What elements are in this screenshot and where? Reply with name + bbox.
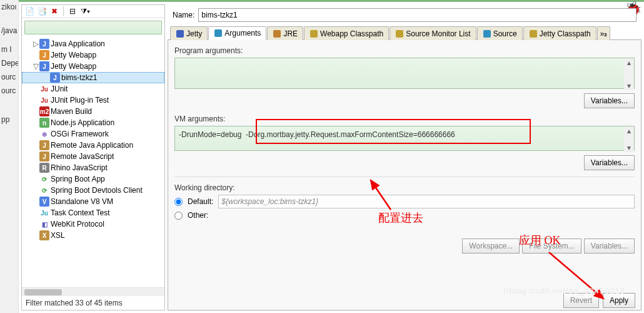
tree-item[interactable]: Jbims-tzkz1	[22, 72, 164, 83]
wd-default-radio[interactable]	[174, 198, 183, 206]
tab-webapp-classpath[interactable]: Webapp Classpath	[304, 26, 389, 40]
config-detail-panel: Name: JettyArgumentsJREWebapp ClasspathS…	[168, 4, 641, 310]
filter-icon[interactable]: ⧩▾	[80, 6, 90, 16]
tree-item[interactable]: JuJUnit	[22, 83, 164, 95]
textarea-scrollbar[interactable]: ▴▾	[624, 58, 634, 90]
tree-item-label: Spring Boot App	[51, 175, 105, 183]
config-type-icon: ◧	[39, 219, 49, 229]
tab-jre[interactable]: JRE	[267, 26, 303, 40]
tab-label: Arguments	[224, 29, 261, 38]
tree-item[interactable]: JJetty Webapp	[22, 49, 164, 61]
tab-icon	[309, 29, 318, 38]
expander-icon[interactable]: ▷	[32, 39, 39, 48]
tab-icon	[529, 29, 538, 38]
config-type-icon: V	[39, 197, 49, 207]
program-variables-button[interactable]: Variables...	[584, 93, 635, 108]
tree-item[interactable]: nNode.js Application	[22, 117, 164, 128]
horizontal-scrollbar[interactable]	[22, 287, 164, 296]
tab-icon	[176, 29, 184, 38]
tree-item[interactable]: ⟳Spring Boot App	[22, 173, 164, 185]
expander-icon[interactable]: ▽	[32, 62, 39, 71]
vm-variables-button[interactable]: Variables...	[584, 155, 635, 170]
wd-other-radio[interactable]	[174, 212, 183, 220]
separator	[63, 6, 64, 16]
svg-rect-5	[483, 30, 491, 38]
config-type-icon: R	[39, 163, 49, 173]
filter-status-text: Filter matched 33 of 45 items	[22, 296, 164, 310]
config-type-icon: J	[50, 73, 60, 83]
tab-label: Source	[493, 29, 517, 38]
tree-item[interactable]: JRemote Java Application	[22, 140, 164, 151]
arguments-tab-body: Program arguments: ▴▾ Variables... VM ar…	[168, 40, 641, 310]
tree-item-label: XSL	[51, 231, 65, 240]
variables-button: Variables...	[584, 239, 635, 254]
tab-jetty-classpath[interactable]: Jetty Classpath	[523, 26, 596, 40]
program-args-input[interactable]	[174, 58, 635, 89]
collapse-icon[interactable]: ⊟	[68, 6, 78, 16]
sidebar-toolbar: 📄 📑 ✖ ⊟ ⧩▾	[22, 5, 164, 18]
apply-button[interactable]: Apply	[603, 293, 635, 308]
svg-rect-4	[396, 30, 403, 38]
tree-item-label: Jetty Webapp	[51, 51, 96, 59]
config-type-icon: J	[39, 50, 49, 60]
tree-item-label: Rhino JavaScript	[51, 163, 108, 172]
tree-item-label: WebKit Protocol	[51, 220, 104, 228]
tree-item[interactable]: ▷JJava Application	[22, 38, 164, 49]
dialog-footer: RevertApply	[563, 293, 635, 308]
tree-item-label: Spring Boot Devtools Client	[51, 186, 143, 195]
launch-config-sidebar: 📄 📑 ✖ ⊟ ⧩▾ ▷JJava ApplicationJJetty Weba…	[21, 4, 165, 310]
config-type-icon: J	[39, 151, 49, 162]
name-label: Name:	[173, 11, 194, 19]
tab-source[interactable]: Source	[477, 26, 523, 40]
tree-item-label: Java Application	[51, 39, 105, 48]
config-type-icon: J	[39, 140, 49, 150]
tree-item[interactable]: XXSL	[22, 230, 164, 241]
tab-icon	[214, 29, 223, 38]
tab-label: Webapp Classpath	[320, 29, 383, 38]
tabs-overflow-button[interactable]: »₃	[597, 26, 611, 40]
textarea-scrollbar[interactable]: ▴▾	[624, 126, 634, 152]
tab-label: JRE	[283, 29, 298, 38]
config-type-icon: ⊕	[39, 129, 49, 139]
tree-item[interactable]: ◧WebKit Protocol	[22, 218, 164, 230]
tree-item[interactable]: m2Maven Build	[22, 106, 164, 117]
tree-item-label: Node.js Application	[51, 118, 114, 127]
svg-rect-3	[310, 30, 318, 38]
delete-icon[interactable]: ✖	[49, 6, 59, 16]
tree-item[interactable]: ⟳Spring Boot Devtools Client	[22, 185, 164, 196]
config-tree[interactable]: ▷JJava ApplicationJJetty Webapp▽JJetty W…	[22, 37, 164, 287]
main-panel: 🐞 📄 📑 ✖ ⊟ ⧩▾ ▷JJava ApplicationJJetty We…	[19, 0, 644, 313]
new-icon[interactable]: 📄	[24, 6, 34, 16]
svg-rect-6	[530, 30, 537, 38]
svg-rect-1	[214, 29, 222, 37]
tree-item-label: Jetty Webapp	[51, 62, 96, 71]
tree-item[interactable]: JuTask Context Test	[22, 207, 164, 218]
workspace-button: Workspace...	[462, 239, 520, 254]
tab-arguments[interactable]: Arguments	[208, 26, 266, 40]
tree-item[interactable]: ▽JJetty Webapp	[22, 61, 164, 72]
tab-label: Source Monitor List	[406, 29, 470, 38]
filter-input[interactable]	[24, 21, 162, 34]
wd-other-label: Other:	[188, 211, 208, 220]
name-input[interactable]	[198, 8, 636, 22]
tab-source-monitor-list[interactable]: Source Monitor List	[390, 26, 476, 40]
tree-item[interactable]: JRemote JavaScript	[22, 151, 164, 162]
tab-label: Jetty Classpath	[540, 29, 591, 38]
tree-item-label: JUnit Plug-in Test	[51, 96, 109, 105]
program-args-label: Program arguments:	[174, 46, 635, 55]
tab-jetty[interactable]: Jetty	[170, 26, 208, 40]
tree-item[interactable]: VStandalone V8 VM	[22, 196, 164, 207]
tab-icon	[273, 29, 281, 38]
tree-item[interactable]: JuJUnit Plug-in Test	[22, 95, 164, 106]
vm-args-input[interactable]: -DrunMode=debug -Dorg.mortbay.jetty.Requ…	[174, 126, 635, 151]
working-dir-label: Working directory:	[174, 183, 635, 192]
config-type-icon: m2	[39, 106, 49, 116]
truncated-left-panel: zikoı/javam IDepeourcourcpp	[0, 0, 19, 313]
tree-item[interactable]: RRhino JavaScript	[22, 162, 164, 173]
duplicate-icon[interactable]: 📑	[37, 6, 47, 16]
tree-item-label: JUnit	[51, 85, 68, 93]
tree-item[interactable]: ⊕OSGi Framework	[22, 128, 164, 140]
svg-rect-2	[273, 30, 281, 38]
file-system-button: File System...	[522, 239, 581, 254]
config-type-icon: Ju	[39, 95, 49, 105]
